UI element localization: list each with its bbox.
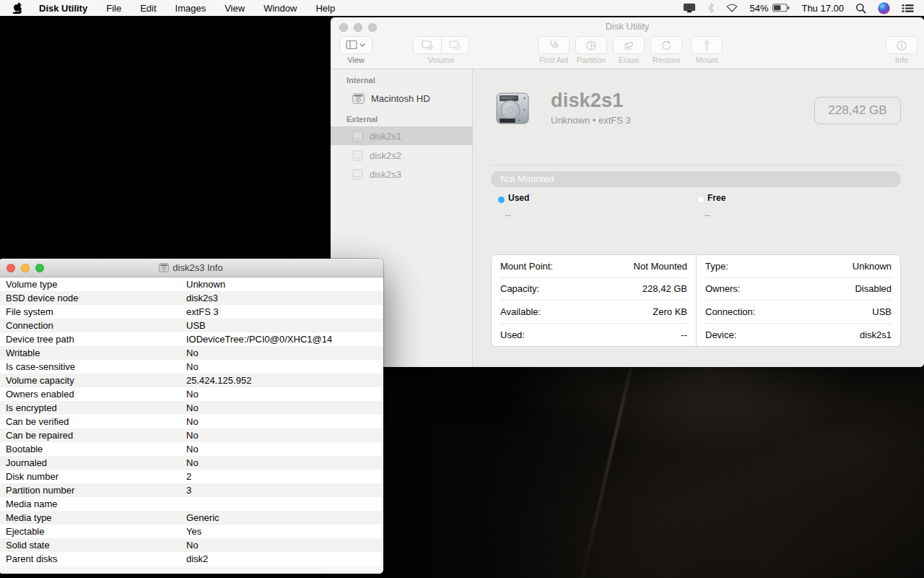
volume-subtitle: Unknown • extFS 3: [551, 115, 631, 126]
wifi-icon[interactable]: [726, 4, 738, 12]
info-window-titlebar[interactable]: disk2s3 Info: [0, 259, 383, 277]
sidebar-section-internal: Internal: [346, 76, 375, 85]
info-key: Solid state: [0, 540, 186, 551]
detail-row: Owners:Disabled: [705, 278, 892, 301]
notification-center-icon[interactable]: [902, 4, 914, 13]
menu-edit[interactable]: Edit: [140, 3, 156, 14]
minimize-button[interactable]: [21, 264, 30, 272]
info-key: BSD device node: [0, 293, 186, 303]
info-key: File system: [0, 306, 186, 317]
info-value: Yes: [186, 526, 383, 537]
external-disk-icon: [352, 169, 363, 180]
info-value: No: [186, 444, 383, 454]
zoom-button[interactable]: [35, 264, 44, 272]
info-key: Journaled: [0, 457, 186, 468]
menubar-app-name[interactable]: Disk Utility: [39, 3, 87, 14]
view-button[interactable]: [339, 36, 372, 54]
divider: [491, 165, 901, 165]
sidebar-section-external: External: [346, 115, 378, 124]
info-value: extFS 3: [186, 306, 383, 317]
erase-button[interactable]: [613, 36, 645, 54]
info-label: Info: [886, 56, 918, 64]
menubar-clock[interactable]: Thu 17.00: [801, 3, 844, 14]
info-key: Media name: [0, 499, 186, 509]
display-icon[interactable]: [683, 3, 696, 13]
bluetooth-icon[interactable]: [707, 3, 715, 13]
detail-value: Zero KB: [653, 306, 687, 317]
detail-label: Capacity:: [500, 283, 539, 294]
info-key: Volume capacity: [0, 375, 186, 386]
detail-value: Unknown: [853, 261, 892, 272]
info-row: ConnectionUSB: [0, 319, 383, 332]
siri-icon[interactable]: [878, 2, 890, 14]
menu-bar: Disk Utility File Edit Images View Windo…: [0, 0, 924, 16]
info-row: Can be verifiedNo: [0, 415, 383, 428]
menu-window[interactable]: Window: [263, 3, 297, 14]
info-key: Bootable: [0, 444, 186, 454]
wallpaper-detail: [505, 355, 692, 442]
close-button[interactable]: [6, 264, 15, 272]
info-icon: [896, 40, 907, 51]
screen: Disk Utility File Edit Images View Windo…: [0, 0, 924, 578]
remove-volume-button[interactable]: [441, 37, 468, 53]
info-row: Partition number3: [0, 483, 383, 497]
info-key: Is encrypted: [0, 402, 186, 413]
info-value: No: [186, 361, 383, 372]
info-value: Generic: [186, 512, 383, 523]
restore-icon: [661, 40, 672, 51]
battery-icon[interactable]: [772, 4, 790, 12]
add-volume-icon: [422, 40, 434, 51]
info-key: Disk number: [0, 471, 186, 482]
detail-value: disk2s1: [860, 329, 892, 340]
sidebar-item-macintosh-hd[interactable]: Macintosh HD: [331, 89, 473, 108]
partition-button[interactable]: [575, 36, 607, 54]
sidebar-item-disk2s1[interactable]: disk2s1: [331, 126, 473, 145]
first-aid-button[interactable]: [538, 36, 570, 54]
info-row: Solid stateNo: [0, 538, 383, 552]
info-table: Volume typeUnknown BSD device nodedisk2s…: [0, 277, 383, 574]
apple-menu-icon[interactable]: [13, 2, 23, 14]
detail-row: Available:Zero KB: [500, 301, 687, 324]
info-row: Parent disksdisk2: [0, 552, 383, 566]
menu-images[interactable]: Images: [175, 3, 206, 14]
menu-help[interactable]: Help: [315, 3, 335, 14]
window-controls[interactable]: [6, 264, 44, 272]
mount-icon: [703, 40, 710, 51]
detail-value: Disabled: [855, 283, 892, 294]
info-row: Owners enabledNo: [0, 387, 383, 401]
detail-value: USB: [872, 306, 892, 317]
menu-file[interactable]: File: [106, 3, 121, 14]
info-key: Is case-sensitive: [0, 361, 186, 372]
volume-segmented-control[interactable]: [413, 36, 469, 54]
sidebar-view-icon: [346, 40, 366, 51]
sidebar-item-disk2s3[interactable]: disk2s3: [331, 165, 473, 184]
add-volume-button[interactable]: [414, 37, 441, 53]
info-key: Parent disks: [0, 553, 186, 564]
menu-view[interactable]: View: [225, 3, 245, 14]
info-value: No: [186, 416, 383, 427]
view-label: View: [339, 56, 372, 64]
sidebar-item-label: disk2s3: [370, 169, 401, 180]
detail-label: Used:: [500, 329, 525, 340]
info-row: JournaledNo: [0, 456, 383, 470]
disk-utility-window: Disk Utility View Volume First Aid: [331, 17, 924, 367]
info-key: Can be repaired: [0, 430, 186, 441]
info-key: Media type: [0, 512, 186, 523]
sidebar-item-disk2s2[interactable]: disk2s2: [331, 146, 473, 165]
info-row: Volume typeUnknown: [0, 277, 383, 291]
volume-title: disk2s1: [551, 90, 631, 112]
info-value: No: [186, 540, 383, 551]
info-button[interactable]: [886, 36, 918, 54]
restore-button[interactable]: [650, 36, 682, 54]
info-value: 25.424.125.952: [186, 375, 383, 386]
detail-row: Mount Point:Not Mounted: [500, 255, 687, 278]
free-legend-label: Free: [707, 193, 725, 203]
mount-button[interactable]: [691, 36, 723, 54]
search-icon[interactable]: [855, 3, 866, 14]
info-key: Owners enabled: [0, 389, 186, 400]
detail-row: Capacity:228,42 GB: [500, 278, 687, 301]
detail-value: Not Mounted: [634, 261, 687, 272]
info-value: 2: [186, 471, 383, 482]
first-aid-icon: [548, 40, 559, 51]
used-legend-dot: [498, 197, 505, 203]
